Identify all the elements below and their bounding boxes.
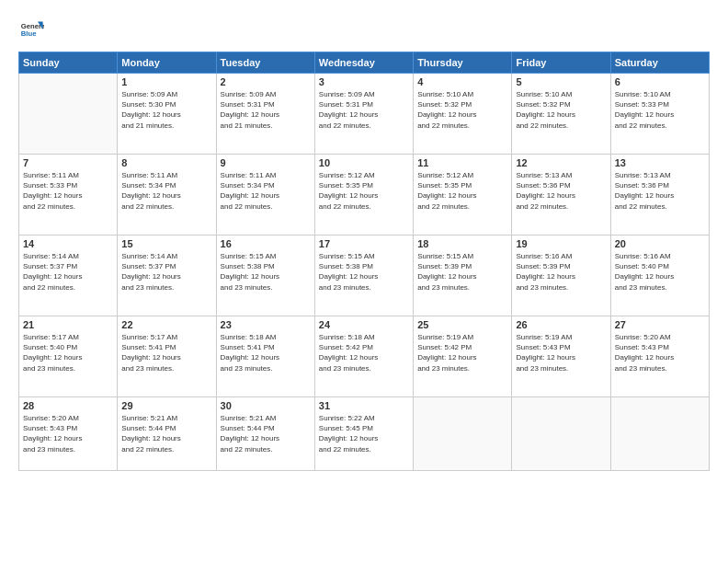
day-number: 23: [221, 319, 311, 330]
day-number: 15: [121, 238, 211, 249]
day-cell: [414, 397, 512, 471]
day-info: Sunrise: 5:17 AMSunset: 5:41 PMDaylight:…: [121, 332, 211, 373]
day-info: Sunrise: 5:14 AMSunset: 5:37 PMDaylight:…: [121, 251, 211, 293]
day-number: 18: [417, 238, 507, 249]
col-header-tuesday: Tuesday: [216, 52, 314, 74]
day-cell: 21Sunrise: 5:17 AMSunset: 5:40 PMDayligh…: [19, 316, 118, 397]
day-number: 11: [417, 157, 507, 168]
day-cell: 3Sunrise: 5:09 AMSunset: 5:31 PMDaylight…: [314, 74, 413, 155]
day-number: 21: [23, 319, 113, 330]
day-cell: 15Sunrise: 5:14 AMSunset: 5:37 PMDayligh…: [118, 236, 216, 316]
week-row-2: 7Sunrise: 5:11 AMSunset: 5:33 PMDaylight…: [19, 155, 710, 236]
day-number: 3: [319, 76, 409, 87]
logo: General Blue: [18, 17, 48, 42]
day-info: Sunrise: 5:19 AMSunset: 5:42 PMDaylight:…: [417, 332, 507, 373]
day-cell: 2Sunrise: 5:09 AMSunset: 5:31 PMDaylight…: [216, 74, 314, 155]
day-number: 20: [615, 238, 705, 249]
day-info: Sunrise: 5:18 AMSunset: 5:42 PMDaylight:…: [319, 332, 409, 373]
day-info: Sunrise: 5:11 AMSunset: 5:34 PMDaylight:…: [121, 170, 211, 212]
day-number: 26: [516, 319, 606, 330]
day-number: 12: [516, 157, 606, 168]
day-number: 9: [221, 157, 311, 168]
page: General Blue SundayMondayTuesdayWednesda…: [0, 0, 728, 563]
day-info: Sunrise: 5:18 AMSunset: 5:41 PMDaylight:…: [221, 332, 311, 373]
day-number: 24: [319, 319, 409, 330]
day-info: Sunrise: 5:19 AMSunset: 5:43 PMDaylight:…: [516, 332, 606, 373]
day-cell: 26Sunrise: 5:19 AMSunset: 5:43 PMDayligh…: [512, 316, 610, 397]
day-cell: 19Sunrise: 5:16 AMSunset: 5:39 PMDayligh…: [512, 236, 610, 316]
day-info: Sunrise: 5:14 AMSunset: 5:37 PMDaylight:…: [23, 251, 113, 293]
day-number: 17: [319, 238, 409, 249]
day-cell: 1Sunrise: 5:09 AMSunset: 5:30 PMDaylight…: [118, 74, 216, 155]
day-cell: 27Sunrise: 5:20 AMSunset: 5:43 PMDayligh…: [610, 316, 709, 397]
day-cell: 23Sunrise: 5:18 AMSunset: 5:41 PMDayligh…: [216, 316, 314, 397]
day-cell: 17Sunrise: 5:15 AMSunset: 5:38 PMDayligh…: [314, 236, 413, 316]
day-info: Sunrise: 5:12 AMSunset: 5:35 PMDaylight:…: [417, 170, 507, 212]
day-cell: 29Sunrise: 5:21 AMSunset: 5:44 PMDayligh…: [118, 397, 216, 471]
day-number: 13: [615, 157, 705, 168]
day-info: Sunrise: 5:15 AMSunset: 5:38 PMDaylight:…: [319, 251, 409, 293]
day-cell: 31Sunrise: 5:22 AMSunset: 5:45 PMDayligh…: [314, 397, 413, 471]
day-info: Sunrise: 5:20 AMSunset: 5:43 PMDaylight:…: [23, 413, 113, 454]
day-cell: 8Sunrise: 5:11 AMSunset: 5:34 PMDaylight…: [118, 155, 216, 236]
day-number: 30: [221, 400, 311, 411]
day-info: Sunrise: 5:09 AMSunset: 5:31 PMDaylight:…: [221, 89, 311, 131]
day-cell: 24Sunrise: 5:18 AMSunset: 5:42 PMDayligh…: [314, 316, 413, 397]
col-header-sunday: Sunday: [19, 52, 118, 74]
week-row-1: 1Sunrise: 5:09 AMSunset: 5:30 PMDaylight…: [19, 74, 710, 155]
day-info: Sunrise: 5:10 AMSunset: 5:32 PMDaylight:…: [417, 89, 507, 131]
day-cell: 13Sunrise: 5:13 AMSunset: 5:36 PMDayligh…: [610, 155, 709, 236]
col-header-thursday: Thursday: [414, 52, 512, 74]
day-info: Sunrise: 5:21 AMSunset: 5:44 PMDaylight:…: [121, 413, 211, 454]
day-cell: 28Sunrise: 5:20 AMSunset: 5:43 PMDayligh…: [19, 397, 118, 471]
day-number: 27: [615, 319, 705, 330]
col-header-saturday: Saturday: [610, 52, 709, 74]
day-info: Sunrise: 5:11 AMSunset: 5:33 PMDaylight:…: [23, 170, 113, 212]
day-number: 28: [23, 400, 113, 411]
day-number: 4: [417, 76, 507, 87]
day-cell: 11Sunrise: 5:12 AMSunset: 5:35 PMDayligh…: [414, 155, 512, 236]
week-row-4: 21Sunrise: 5:17 AMSunset: 5:40 PMDayligh…: [19, 316, 710, 397]
day-info: Sunrise: 5:10 AMSunset: 5:33 PMDaylight:…: [615, 89, 705, 131]
day-number: 2: [221, 76, 311, 87]
svg-text:Blue: Blue: [21, 29, 37, 38]
day-number: 10: [319, 157, 409, 168]
week-row-5: 28Sunrise: 5:20 AMSunset: 5:43 PMDayligh…: [19, 397, 710, 471]
day-cell: 7Sunrise: 5:11 AMSunset: 5:33 PMDaylight…: [19, 155, 118, 236]
day-number: 14: [23, 238, 113, 249]
calendar-table: SundayMondayTuesdayWednesdayThursdayFrid…: [18, 52, 710, 471]
day-info: Sunrise: 5:09 AMSunset: 5:30 PMDaylight:…: [121, 89, 211, 131]
day-number: 7: [23, 157, 113, 168]
day-cell: 14Sunrise: 5:14 AMSunset: 5:37 PMDayligh…: [19, 236, 118, 316]
day-info: Sunrise: 5:13 AMSunset: 5:36 PMDaylight:…: [615, 170, 705, 212]
day-cell: 16Sunrise: 5:15 AMSunset: 5:38 PMDayligh…: [216, 236, 314, 316]
day-info: Sunrise: 5:22 AMSunset: 5:45 PMDaylight:…: [319, 413, 409, 454]
day-cell: [610, 397, 709, 471]
day-cell: 18Sunrise: 5:15 AMSunset: 5:39 PMDayligh…: [414, 236, 512, 316]
day-info: Sunrise: 5:12 AMSunset: 5:35 PMDaylight:…: [319, 170, 409, 212]
day-info: Sunrise: 5:17 AMSunset: 5:40 PMDaylight:…: [23, 332, 113, 373]
header: General Blue: [18, 17, 710, 42]
day-cell: 22Sunrise: 5:17 AMSunset: 5:41 PMDayligh…: [118, 316, 216, 397]
day-info: Sunrise: 5:21 AMSunset: 5:44 PMDaylight:…: [221, 413, 311, 454]
day-number: 5: [516, 76, 606, 87]
day-cell: [512, 397, 610, 471]
day-cell: [19, 74, 118, 155]
day-number: 6: [615, 76, 705, 87]
day-number: 29: [121, 400, 211, 411]
day-number: 19: [516, 238, 606, 249]
day-info: Sunrise: 5:09 AMSunset: 5:31 PMDaylight:…: [319, 89, 409, 131]
day-number: 22: [121, 319, 211, 330]
day-info: Sunrise: 5:13 AMSunset: 5:36 PMDaylight:…: [516, 170, 606, 212]
day-info: Sunrise: 5:15 AMSunset: 5:39 PMDaylight:…: [417, 251, 507, 293]
day-info: Sunrise: 5:10 AMSunset: 5:32 PMDaylight:…: [516, 89, 606, 131]
day-number: 1: [121, 76, 211, 87]
day-info: Sunrise: 5:15 AMSunset: 5:38 PMDaylight:…: [221, 251, 311, 293]
header-row: SundayMondayTuesdayWednesdayThursdayFrid…: [19, 52, 710, 74]
col-header-monday: Monday: [118, 52, 216, 74]
day-cell: 20Sunrise: 5:16 AMSunset: 5:40 PMDayligh…: [610, 236, 709, 316]
day-number: 8: [121, 157, 211, 168]
day-cell: 30Sunrise: 5:21 AMSunset: 5:44 PMDayligh…: [216, 397, 314, 471]
col-header-friday: Friday: [512, 52, 610, 74]
day-number: 16: [221, 238, 311, 249]
